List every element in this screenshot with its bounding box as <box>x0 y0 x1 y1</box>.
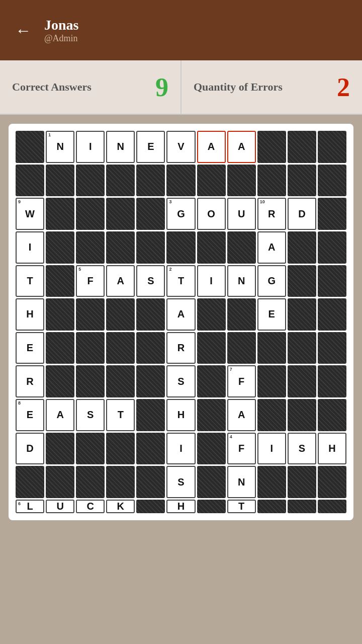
grid-cell[interactable]: 6L <box>16 500 44 513</box>
grid-cell[interactable]: S <box>166 365 195 397</box>
grid-cell[interactable] <box>106 298 135 331</box>
grid-cell[interactable] <box>16 466 44 498</box>
grid-cell[interactable] <box>136 500 165 513</box>
grid-cell[interactable] <box>136 231 165 264</box>
grid-cell[interactable] <box>318 332 346 364</box>
grid-cell[interactable] <box>318 500 346 513</box>
grid-cell[interactable]: H <box>166 399 195 431</box>
grid-cell[interactable]: 5F <box>76 265 105 297</box>
grid-cell[interactable] <box>136 433 165 465</box>
grid-cell[interactable] <box>106 433 135 465</box>
grid-cell[interactable]: N <box>227 265 256 297</box>
grid-cell[interactable] <box>227 165 256 197</box>
grid-cell[interactable]: A <box>46 399 74 431</box>
grid-cell[interactable]: I <box>16 231 44 264</box>
grid-cell[interactable] <box>318 298 346 331</box>
grid-cell[interactable] <box>106 332 135 364</box>
grid-cell[interactable] <box>106 165 135 197</box>
grid-cell[interactable] <box>318 231 346 264</box>
grid-cell[interactable]: A <box>197 131 226 163</box>
grid-cell[interactable] <box>136 332 165 364</box>
grid-cell[interactable]: E <box>136 131 165 163</box>
grid-cell[interactable] <box>46 433 74 465</box>
grid-cell[interactable] <box>76 332 105 364</box>
grid-cell[interactable] <box>46 165 74 197</box>
grid-cell[interactable]: A <box>106 265 135 297</box>
grid-cell[interactable]: A <box>227 399 256 431</box>
grid-cell[interactable] <box>288 500 316 513</box>
grid-cell[interactable] <box>318 165 346 197</box>
grid-cell[interactable]: I <box>166 433 195 465</box>
grid-cell[interactable] <box>257 365 286 397</box>
grid-cell[interactable] <box>318 198 346 230</box>
grid-cell[interactable]: I <box>197 265 226 297</box>
grid-cell[interactable] <box>106 198 135 230</box>
grid-cell[interactable] <box>76 433 105 465</box>
grid-cell[interactable] <box>16 131 44 163</box>
grid-cell[interactable] <box>288 298 316 331</box>
grid-cell[interactable]: A <box>227 131 256 163</box>
grid-cell[interactable]: T <box>16 265 44 297</box>
grid-cell[interactable]: O <box>197 198 226 230</box>
grid-cell[interactable] <box>257 399 286 431</box>
grid-cell[interactable] <box>136 399 165 431</box>
grid-cell[interactable]: E <box>257 298 286 331</box>
grid-cell[interactable]: D <box>16 433 44 465</box>
grid-cell[interactable] <box>288 265 316 297</box>
grid-cell[interactable]: 7F <box>227 365 256 397</box>
grid-cell[interactable]: S <box>76 399 105 431</box>
grid-cell[interactable]: 2T <box>166 265 195 297</box>
grid-cell[interactable] <box>288 399 316 431</box>
grid-cell[interactable] <box>197 231 226 264</box>
grid-cell[interactable] <box>197 500 226 513</box>
grid-cell[interactable] <box>197 433 226 465</box>
grid-cell[interactable] <box>197 332 226 364</box>
grid-cell[interactable]: C <box>76 500 105 513</box>
grid-cell[interactable] <box>76 198 105 230</box>
grid-cell[interactable] <box>106 466 135 498</box>
grid-cell[interactable] <box>46 198 74 230</box>
grid-cell[interactable] <box>166 231 195 264</box>
grid-cell[interactable]: I <box>257 433 286 465</box>
grid-cell[interactable] <box>257 131 286 163</box>
grid-cell[interactable] <box>76 365 105 397</box>
grid-cell[interactable] <box>318 365 346 397</box>
grid-cell[interactable] <box>197 466 226 498</box>
grid-cell[interactable] <box>106 365 135 397</box>
grid-cell[interactable] <box>288 466 316 498</box>
grid-cell[interactable] <box>136 165 165 197</box>
grid-cell[interactable]: H <box>16 298 44 331</box>
grid-cell[interactable]: 9W <box>16 198 44 230</box>
grid-cell[interactable] <box>76 165 105 197</box>
grid-cell[interactable] <box>288 365 316 397</box>
grid-cell[interactable]: S <box>288 433 316 465</box>
grid-cell[interactable] <box>76 231 105 264</box>
grid-cell[interactable]: U <box>227 198 256 230</box>
grid-cell[interactable] <box>318 399 346 431</box>
grid-cell[interactable] <box>16 165 44 197</box>
grid-cell[interactable] <box>76 466 105 498</box>
grid-cell[interactable]: S <box>166 466 195 498</box>
grid-cell[interactable] <box>106 231 135 264</box>
grid-cell[interactable] <box>76 298 105 331</box>
grid-cell[interactable]: T <box>106 399 135 431</box>
grid-cell[interactable] <box>288 131 316 163</box>
grid-cell[interactable] <box>46 365 74 397</box>
grid-cell[interactable] <box>227 332 256 364</box>
grid-cell[interactable] <box>318 265 346 297</box>
back-button[interactable]: ← <box>12 21 34 40</box>
grid-cell[interactable]: T <box>227 500 256 513</box>
grid-cell[interactable]: G <box>257 265 286 297</box>
grid-cell[interactable] <box>197 298 226 331</box>
grid-cell[interactable]: 8E <box>16 399 44 431</box>
grid-cell[interactable] <box>46 466 74 498</box>
grid-cell[interactable]: A <box>257 231 286 264</box>
grid-cell[interactable] <box>136 466 165 498</box>
grid-cell[interactable]: K <box>106 500 135 513</box>
grid-cell[interactable] <box>46 231 74 264</box>
grid-cell[interactable]: U <box>46 500 74 513</box>
grid-cell[interactable] <box>288 332 316 364</box>
grid-cell[interactable]: I <box>76 131 105 163</box>
grid-cell[interactable] <box>46 332 74 364</box>
grid-cell[interactable] <box>46 298 74 331</box>
